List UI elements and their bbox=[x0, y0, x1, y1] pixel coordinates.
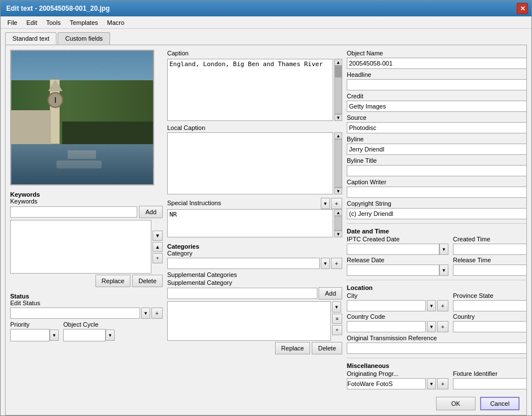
special-inst-scroll-track bbox=[334, 216, 342, 231]
category-plus-btn[interactable]: + bbox=[331, 258, 342, 269]
ok-button[interactable]: OK bbox=[436, 397, 476, 410]
keywords-add-button[interactable]: Add bbox=[139, 206, 163, 218]
keywords-list[interactable] bbox=[10, 220, 151, 274]
category-input[interactable] bbox=[167, 258, 320, 269]
caption-scroll-down[interactable]: ▼ bbox=[334, 114, 342, 121]
caption-label: Caption bbox=[167, 50, 342, 57]
credit-area: Credit ▼ + bbox=[347, 93, 526, 112]
special-inst-plus-btn[interactable]: + bbox=[331, 198, 342, 209]
caption-scroll-up[interactable]: ▲ bbox=[334, 59, 342, 66]
city-dropdown[interactable]: ▼ bbox=[427, 300, 436, 311]
supp-cat-dropdown-btn[interactable]: ▼ bbox=[332, 301, 341, 313]
object-cycle-dropdown-btn[interactable]: ▼ bbox=[106, 330, 115, 341]
local-caption-scroll-down[interactable]: ▼ bbox=[334, 188, 342, 194]
left-panel: Keywords Keywords Add ▼ ▲ + bbox=[10, 50, 163, 388]
caption-writer-label: Caption Writer bbox=[347, 179, 526, 185]
category-dropdown-btn[interactable]: ▼ bbox=[321, 258, 330, 269]
keywords-replace-button[interactable]: Replace bbox=[95, 275, 130, 287]
orig-prog-input[interactable] bbox=[347, 378, 426, 389]
supp-category-add-btn[interactable]: Add bbox=[319, 287, 342, 300]
country-code-plus[interactable]: + bbox=[437, 321, 448, 332]
caption-textarea[interactable]: England, London, Big Ben and Thames Rive… bbox=[167, 59, 333, 121]
supp-cat-plus-btn[interactable]: + bbox=[332, 325, 342, 335]
close-button[interactable]: ✕ bbox=[517, 3, 528, 14]
source-input[interactable] bbox=[347, 122, 526, 133]
keywords-up-btn[interactable]: ▲ bbox=[152, 242, 163, 252]
source-row: ▼ + bbox=[347, 122, 526, 133]
credit-label: Credit bbox=[347, 93, 526, 99]
orig-trans-input[interactable] bbox=[347, 343, 526, 354]
supp-cat-replace-btn[interactable]: Replace bbox=[275, 342, 310, 354]
misc-area: Miscellaneous Originating Progr... ▼ + F… bbox=[347, 362, 526, 389]
byline-input[interactable] bbox=[347, 144, 526, 155]
iptc-date-input[interactable] bbox=[347, 244, 439, 255]
categories-section-label: Categories bbox=[167, 243, 342, 250]
release-date-dropdown[interactable]: ▼ bbox=[439, 265, 448, 276]
orig-trans-area: Original Transmission Reference ▼ + bbox=[347, 335, 526, 354]
release-time-input[interactable] bbox=[453, 265, 526, 276]
special-instructions-textarea[interactable]: NR bbox=[167, 209, 333, 237]
city-plus[interactable]: + bbox=[437, 300, 448, 311]
special-inst-scroll-up[interactable]: ▲ bbox=[334, 209, 342, 216]
object-name-input[interactable] bbox=[347, 58, 526, 69]
tab-custom-fields[interactable]: Custom fields bbox=[58, 32, 110, 45]
orig-prog-plus[interactable]: + bbox=[437, 378, 448, 389]
menu-edit[interactable]: Edit bbox=[22, 18, 42, 27]
orig-prog-dropdown[interactable]: ▼ bbox=[427, 378, 436, 389]
iptc-date-row: ▼ bbox=[347, 244, 448, 255]
edit-status-row: ▼ + bbox=[10, 307, 163, 319]
edit-status-dropdown-btn[interactable]: ▼ bbox=[141, 307, 150, 319]
fixture-input[interactable] bbox=[453, 378, 526, 389]
headline-area: Headline ▼ + bbox=[347, 71, 526, 90]
supp-cat-delete-btn[interactable]: Delete bbox=[312, 342, 342, 354]
keywords-field-label: Keywords bbox=[10, 198, 163, 205]
supp-category-label: Supplemental Category bbox=[167, 279, 342, 286]
keywords-delete-button[interactable]: Delete bbox=[132, 275, 163, 287]
orig-prog-col: Originating Progr... ▼ + bbox=[347, 370, 448, 389]
local-caption-textarea[interactable] bbox=[167, 132, 333, 194]
edit-status-input[interactable] bbox=[10, 307, 140, 319]
keywords-section-label: Keywords bbox=[10, 191, 163, 198]
country-code-input[interactable] bbox=[347, 321, 426, 332]
object-cycle-input[interactable] bbox=[63, 329, 106, 341]
iptc-date-dropdown[interactable]: ▼ bbox=[439, 244, 448, 255]
category-input-row: ▼ + bbox=[167, 258, 342, 269]
byline-title-input[interactable] bbox=[347, 165, 526, 176]
priority-input[interactable] bbox=[10, 329, 50, 341]
province-input[interactable] bbox=[453, 300, 526, 311]
keywords-section: Keywords Keywords Add ▼ ▲ + bbox=[10, 189, 163, 287]
credit-input[interactable] bbox=[347, 101, 526, 112]
headline-input[interactable] bbox=[347, 79, 526, 90]
caption-scroll-thumb[interactable] bbox=[335, 66, 342, 77]
supp-category-input[interactable] bbox=[167, 288, 317, 299]
fixture-label: Fixture Identifier bbox=[453, 370, 526, 377]
byline-label: Byline bbox=[347, 136, 526, 142]
menu-file[interactable]: File bbox=[3, 18, 22, 27]
local-caption-scroll-up[interactable]: ▲ bbox=[334, 132, 342, 139]
priority-dropdown-btn[interactable]: ▼ bbox=[50, 330, 59, 341]
keywords-input[interactable] bbox=[10, 206, 137, 218]
special-inst-dropdown-btn[interactable]: ▼ bbox=[321, 198, 330, 209]
menu-macro[interactable]: Macro bbox=[103, 18, 129, 27]
keywords-plus-btn[interactable]: + bbox=[152, 253, 163, 263]
supp-cat-list-btn[interactable]: ≡ bbox=[332, 314, 342, 324]
keywords-dropdown-btn[interactable]: ▼ bbox=[152, 231, 163, 241]
created-time-input[interactable] bbox=[453, 244, 526, 255]
copyright-input[interactable] bbox=[347, 208, 526, 219]
supp-cat-list[interactable] bbox=[167, 301, 331, 341]
tab-standard-text[interactable]: Standard text bbox=[5, 32, 56, 45]
menu-tools[interactable]: Tools bbox=[42, 18, 66, 27]
footer: OK Cancel bbox=[6, 392, 526, 415]
city-input[interactable] bbox=[347, 300, 426, 311]
cancel-button[interactable]: Cancel bbox=[480, 397, 520, 410]
country-input[interactable] bbox=[453, 321, 526, 332]
release-date-input[interactable] bbox=[347, 265, 439, 276]
misc-row: Originating Progr... ▼ + Fixture Identif… bbox=[347, 370, 526, 389]
country-code-dropdown[interactable]: ▼ bbox=[427, 321, 436, 332]
country-label: Country bbox=[453, 313, 526, 320]
menu-templates[interactable]: Templates bbox=[65, 18, 102, 27]
special-inst-scroll-down[interactable]: ▼ bbox=[334, 231, 342, 237]
object-cycle-input-row: ▼ bbox=[63, 329, 115, 341]
caption-writer-input[interactable] bbox=[347, 187, 526, 198]
edit-status-plus-btn[interactable]: + bbox=[151, 307, 163, 319]
